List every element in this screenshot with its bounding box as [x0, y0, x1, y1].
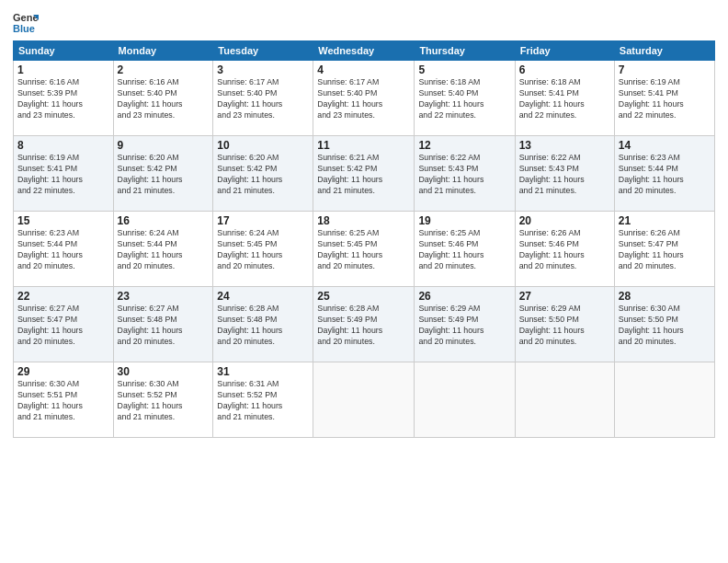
day-number: 1	[17, 63, 109, 76]
day-number: 30	[118, 365, 210, 378]
calendar-cell: 19Sunrise: 6:25 AM Sunset: 5:46 PM Dayli…	[415, 212, 515, 287]
calendar-cell: 13Sunrise: 6:22 AM Sunset: 5:43 PM Dayli…	[515, 136, 614, 212]
day-info: Sunrise: 6:17 AM Sunset: 5:40 PM Dayligh…	[217, 77, 309, 121]
calendar-cell: 4Sunrise: 6:17 AM Sunset: 5:40 PM Daylig…	[313, 61, 415, 136]
calendar-week-row: 29Sunrise: 6:30 AM Sunset: 5:51 PM Dayli…	[14, 362, 715, 438]
day-number: 20	[519, 214, 610, 227]
day-info: Sunrise: 6:28 AM Sunset: 5:48 PM Dayligh…	[217, 304, 309, 348]
day-number: 11	[317, 139, 410, 152]
day-info: Sunrise: 6:28 AM Sunset: 5:49 PM Dayligh…	[317, 304, 410, 348]
weekday-header-friday: Friday	[515, 41, 614, 61]
day-number: 13	[519, 139, 610, 152]
day-info: Sunrise: 6:16 AM Sunset: 5:39 PM Dayligh…	[17, 77, 109, 121]
calendar-cell: 14Sunrise: 6:23 AM Sunset: 5:44 PM Dayli…	[614, 136, 714, 212]
day-number: 10	[217, 139, 309, 152]
weekday-header-monday: Monday	[113, 41, 213, 61]
calendar-cell: 6Sunrise: 6:18 AM Sunset: 5:41 PM Daylig…	[515, 61, 614, 136]
day-number: 31	[217, 365, 309, 378]
weekday-header-sunday: Sunday	[14, 41, 114, 61]
day-number: 9	[118, 139, 210, 152]
header: General Blue	[13, 9, 715, 35]
weekday-header-wednesday: Wednesday	[313, 41, 415, 61]
calendar-cell: 18Sunrise: 6:25 AM Sunset: 5:45 PM Dayli…	[313, 212, 415, 287]
day-info: Sunrise: 6:25 AM Sunset: 5:46 PM Dayligh…	[418, 228, 510, 272]
calendar-cell: 27Sunrise: 6:29 AM Sunset: 5:50 PM Dayli…	[515, 287, 614, 362]
day-number: 21	[619, 214, 711, 227]
calendar-cell	[313, 362, 415, 438]
calendar-cell: 31Sunrise: 6:31 AM Sunset: 5:52 PM Dayli…	[213, 362, 313, 438]
calendar-cell: 7Sunrise: 6:19 AM Sunset: 5:41 PM Daylig…	[614, 61, 714, 136]
day-info: Sunrise: 6:18 AM Sunset: 5:40 PM Dayligh…	[418, 77, 510, 121]
day-number: 22	[17, 290, 109, 303]
calendar-cell: 23Sunrise: 6:27 AM Sunset: 5:48 PM Dayli…	[113, 287, 213, 362]
day-info: Sunrise: 6:26 AM Sunset: 5:47 PM Dayligh…	[619, 228, 711, 272]
day-info: Sunrise: 6:30 AM Sunset: 5:50 PM Dayligh…	[619, 304, 711, 348]
calendar-cell: 20Sunrise: 6:26 AM Sunset: 5:46 PM Dayli…	[515, 212, 614, 287]
day-number: 17	[217, 214, 309, 227]
day-info: Sunrise: 6:27 AM Sunset: 5:48 PM Dayligh…	[118, 304, 210, 348]
weekday-header-saturday: Saturday	[614, 41, 714, 61]
day-info: Sunrise: 6:30 AM Sunset: 5:52 PM Dayligh…	[118, 379, 210, 423]
calendar: SundayMondayTuesdayWednesdayThursdayFrid…	[13, 40, 715, 438]
calendar-week-row: 1Sunrise: 6:16 AM Sunset: 5:39 PM Daylig…	[14, 61, 715, 136]
logo: General Blue	[13, 9, 42, 35]
day-number: 29	[17, 365, 109, 378]
calendar-cell: 15Sunrise: 6:23 AM Sunset: 5:44 PM Dayli…	[14, 212, 114, 287]
calendar-cell: 29Sunrise: 6:30 AM Sunset: 5:51 PM Dayli…	[14, 362, 114, 438]
day-info: Sunrise: 6:25 AM Sunset: 5:45 PM Dayligh…	[317, 228, 410, 272]
calendar-cell: 24Sunrise: 6:28 AM Sunset: 5:48 PM Dayli…	[213, 287, 313, 362]
calendar-cell: 1Sunrise: 6:16 AM Sunset: 5:39 PM Daylig…	[14, 61, 114, 136]
calendar-cell: 28Sunrise: 6:30 AM Sunset: 5:50 PM Dayli…	[614, 287, 714, 362]
day-number: 3	[217, 63, 309, 76]
day-info: Sunrise: 6:18 AM Sunset: 5:41 PM Dayligh…	[519, 77, 610, 121]
day-number: 19	[418, 214, 510, 227]
calendar-cell	[614, 362, 714, 438]
day-info: Sunrise: 6:20 AM Sunset: 5:42 PM Dayligh…	[217, 153, 309, 197]
day-number: 8	[17, 139, 109, 152]
calendar-cell: 2Sunrise: 6:16 AM Sunset: 5:40 PM Daylig…	[113, 61, 213, 136]
day-info: Sunrise: 6:27 AM Sunset: 5:47 PM Dayligh…	[17, 304, 109, 348]
day-info: Sunrise: 6:24 AM Sunset: 5:45 PM Dayligh…	[217, 228, 309, 272]
calendar-cell: 25Sunrise: 6:28 AM Sunset: 5:49 PM Dayli…	[313, 287, 415, 362]
calendar-cell	[415, 362, 515, 438]
weekday-header-tuesday: Tuesday	[213, 41, 313, 61]
day-info: Sunrise: 6:19 AM Sunset: 5:41 PM Dayligh…	[17, 153, 109, 197]
day-number: 6	[519, 63, 610, 76]
day-info: Sunrise: 6:29 AM Sunset: 5:50 PM Dayligh…	[519, 304, 610, 348]
day-info: Sunrise: 6:23 AM Sunset: 5:44 PM Dayligh…	[619, 153, 711, 197]
day-number: 7	[619, 63, 711, 76]
calendar-cell: 21Sunrise: 6:26 AM Sunset: 5:47 PM Dayli…	[614, 212, 714, 287]
calendar-cell: 11Sunrise: 6:21 AM Sunset: 5:42 PM Dayli…	[313, 136, 415, 212]
day-number: 18	[317, 214, 410, 227]
day-info: Sunrise: 6:20 AM Sunset: 5:42 PM Dayligh…	[118, 153, 210, 197]
calendar-week-row: 15Sunrise: 6:23 AM Sunset: 5:44 PM Dayli…	[14, 212, 715, 287]
day-info: Sunrise: 6:26 AM Sunset: 5:46 PM Dayligh…	[519, 228, 610, 272]
calendar-cell: 16Sunrise: 6:24 AM Sunset: 5:44 PM Dayli…	[113, 212, 213, 287]
calendar-cell: 8Sunrise: 6:19 AM Sunset: 5:41 PM Daylig…	[14, 136, 114, 212]
calendar-cell: 5Sunrise: 6:18 AM Sunset: 5:40 PM Daylig…	[415, 61, 515, 136]
day-number: 23	[118, 290, 210, 303]
day-info: Sunrise: 6:16 AM Sunset: 5:40 PM Dayligh…	[118, 77, 210, 121]
day-number: 5	[418, 63, 510, 76]
day-number: 26	[418, 290, 510, 303]
day-info: Sunrise: 6:31 AM Sunset: 5:52 PM Dayligh…	[217, 379, 309, 423]
day-number: 2	[118, 63, 210, 76]
day-number: 27	[519, 290, 610, 303]
day-number: 28	[619, 290, 711, 303]
logo-icon: General Blue	[13, 9, 39, 35]
calendar-cell: 10Sunrise: 6:20 AM Sunset: 5:42 PM Dayli…	[213, 136, 313, 212]
day-number: 12	[418, 139, 510, 152]
day-info: Sunrise: 6:19 AM Sunset: 5:41 PM Dayligh…	[619, 77, 711, 121]
day-number: 25	[317, 290, 410, 303]
day-info: Sunrise: 6:17 AM Sunset: 5:40 PM Dayligh…	[317, 77, 410, 121]
day-info: Sunrise: 6:29 AM Sunset: 5:49 PM Dayligh…	[418, 304, 510, 348]
calendar-cell: 26Sunrise: 6:29 AM Sunset: 5:49 PM Dayli…	[415, 287, 515, 362]
weekday-header-row: SundayMondayTuesdayWednesdayThursdayFrid…	[14, 41, 715, 61]
calendar-cell: 3Sunrise: 6:17 AM Sunset: 5:40 PM Daylig…	[213, 61, 313, 136]
day-number: 24	[217, 290, 309, 303]
day-info: Sunrise: 6:22 AM Sunset: 5:43 PM Dayligh…	[519, 153, 610, 197]
calendar-cell: 22Sunrise: 6:27 AM Sunset: 5:47 PM Dayli…	[14, 287, 114, 362]
calendar-cell: 9Sunrise: 6:20 AM Sunset: 5:42 PM Daylig…	[113, 136, 213, 212]
svg-text:General: General	[13, 12, 39, 23]
day-info: Sunrise: 6:23 AM Sunset: 5:44 PM Dayligh…	[17, 228, 109, 272]
